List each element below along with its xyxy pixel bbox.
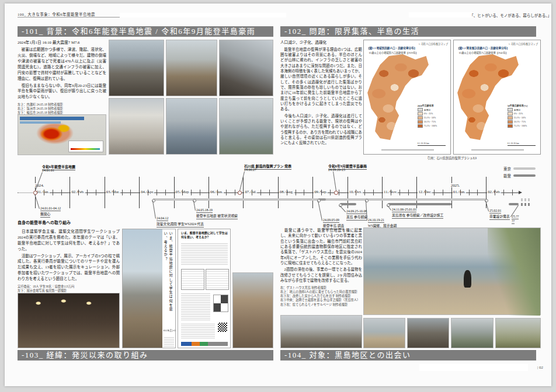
day-tick — [226, 190, 227, 195]
month-tick — [208, 177, 209, 208]
event-date: 24.09.25-10.08 — [346, 209, 367, 214]
running-header: 100_ 大きな事象：令和6年度能登半島地震 — [18, 11, 95, 17]
event-title: 卒業設計発表 — [489, 214, 510, 220]
month-label: 01./Jan. — [36, 190, 50, 194]
caption-line: 左上：内灘町 24.05.18 制作者撮影 — [18, 103, 106, 107]
flyer-qr-code — [218, 323, 227, 332]
header-highlight-box — [120, 13, 286, 18]
month-tick — [382, 177, 383, 208]
timeline-legend-row: 東京 — [503, 166, 536, 172]
paragraph: 今後も人口減少、少子化、過疎化は進行していくことが予想される能登で、現状の復興は… — [280, 113, 362, 146]
month-tick — [278, 177, 279, 208]
day-tick — [130, 190, 131, 195]
map-legend-title: 2020年高齢化率 — [418, 104, 437, 107]
caption-line: 右上：地元の漁師2人の船に乗せてもらった時の風景撮影 — [280, 290, 362, 294]
flyer-schedule-table — [181, 269, 204, 290]
day-tick — [495, 190, 495, 195]
caption-line: 右下左：改修した家から人力で石を出す 制作者撮影 — [280, 294, 362, 298]
flyer-body-text — [181, 242, 228, 265]
map-title: 【図1-1 地域別高齢人口・高齢化率分布】 — [367, 46, 416, 50]
day-tick — [217, 190, 218, 195]
map-legend: 50年後高齢化率[%] 未集計0% - 25%25.1% - 50%50.1% … — [508, 104, 528, 128]
day-tick — [443, 190, 443, 195]
map-legend-row: 75.1% - 100% — [508, 124, 528, 128]
month-label: 07./Jul. — [244, 190, 257, 194]
seismic-map-title-bar — [20, 117, 84, 120]
month-tick — [243, 177, 244, 208]
day-tick — [391, 190, 391, 195]
bar-continuation-dash — [524, 203, 526, 206]
photo-small-beach — [363, 318, 405, 348]
month-tick — [139, 177, 140, 208]
month-tick — [174, 177, 175, 208]
event-title: ?? — [512, 219, 515, 224]
choropleth-map — [366, 54, 429, 142]
day-tick — [87, 190, 88, 195]
photo-nhk-seismic-map — [18, 114, 106, 155]
flyer-footer-text — [181, 323, 215, 339]
map-figure-2045: 1. 市町人口分布推計マップ 【図1-2 将来推計高齢人口・高齢化率分布】 65… — [453, 40, 541, 155]
map-subtitle: 65歳以上の小地域別人口高齢化率【2045年】 — [459, 51, 508, 54]
year-label: 2025. — [451, 183, 460, 187]
timeline-bar — [388, 203, 451, 205]
leader-line — [339, 205, 346, 212]
axis-arrow — [519, 191, 522, 194]
event-title: 黒島 参与観察 — [346, 214, 367, 220]
photo-kuroshima-street — [280, 315, 362, 348]
photo-coast-large — [363, 228, 541, 315]
timeline-bar — [340, 203, 356, 205]
event-date: 24.01.01-04.12 — [40, 206, 61, 211]
leader-line — [239, 172, 245, 191]
caption-line: 右：ゲストハウス黒島 制作者撮影 — [280, 286, 362, 290]
section-101-paragraphs: 被害は広範囲かつ多様で、津波、隆起、液状化、火災、倒壊など、地域によって様々だ。… — [18, 47, 106, 100]
map-legend-title: 50年後高齢化率[%] — [508, 104, 528, 107]
section-102-title: -102_ 問題：限界集落、半島の生活 — [280, 26, 536, 37]
page-number: | 02 — [523, 365, 543, 370]
event-date: 24.01.01 — [42, 169, 54, 173]
paragraph: 能登に通う中で、能登半島地震を機に起業し、未来に向かって動いている1つの事業者と… — [280, 228, 362, 265]
day-tick — [330, 190, 331, 195]
section-101-title: -101_ 背景：令和6年能登半島地震 / 令和6年9月能登半島豪雨 — [18, 26, 273, 37]
photo-damage-suzu — [166, 40, 217, 96]
bar-continuation-dash — [524, 198, 526, 201]
day-tick — [425, 190, 426, 195]
day-tick — [477, 190, 478, 195]
day-tick — [269, 190, 270, 195]
flyer-axon-diagram — [213, 295, 228, 312]
event-marker — [334, 191, 338, 195]
day-tick — [252, 190, 252, 195]
event-marker — [238, 191, 242, 195]
flyer-text-column: いま、能登半島地震に対して学生は何を思い、考えるか？ 10.19(土)-10.2… — [162, 229, 175, 348]
seismic-map-subtitle-bar — [20, 121, 61, 124]
section-101-text: 2024年1月1日 16:10 最大震度7 M7.6 被害は広範囲かつ多様で、津… — [18, 40, 106, 123]
day-tick — [296, 190, 296, 195]
month-label: 01./Jan. — [453, 190, 466, 194]
map-legend-row: 0% - 25% — [418, 112, 437, 116]
caption-line: 右上：珠洲市 24.05.19 制作者撮影 — [18, 107, 106, 111]
day-tick — [182, 190, 183, 195]
section-102-text: 人口減少、少子化、過疎化 能登半島地震の復興が滞る理由の1つは、広範囲な被害より… — [280, 40, 362, 147]
event-date: 24.11.06-25.01.01 — [392, 208, 416, 212]
day-tick — [165, 190, 166, 195]
map-legend-row: 75.1% - 100% — [418, 124, 437, 128]
quake-dateline: 2024年1月1日 16:10 最大震度7 M7.6 — [18, 40, 106, 46]
map-scalebar: 0 5 10 20 km — [418, 142, 446, 146]
day-tick — [191, 190, 192, 195]
caption-line: 実行委員：18人 学生38名｜協賛金113万円 — [18, 285, 120, 289]
month-tick — [70, 177, 70, 208]
paragraph: 能登半島地震の復興が滞る理由の1つは、広範囲な被害よりはその背景にある。半島のほ… — [280, 47, 362, 112]
section-102-paragraphs: 能登半島地震の復興が滞る理由の1つは、広範囲な被害よりはその背景にある。半島のほ… — [280, 47, 362, 146]
paragraph: 被害は広範囲かつ多様で、津波、隆起、液状化、火災、倒壊など、地域によって様々だ。… — [18, 47, 106, 81]
paragraph: 復旧もままならない中、同年9月20-23日には能登半島を集中豪雨が襲い、復旧が振… — [18, 83, 106, 100]
flyer-schedule-table — [206, 269, 229, 290]
coast-hill — [488, 228, 540, 316]
event-date: 24.04.12 — [157, 216, 168, 221]
section-104-paragraphs: 能登に通う中で、能登半島地震を機に起業し、未来に向かって動いている1つの事業者と… — [280, 228, 362, 283]
section-103-paragraphs: 日本建築学会主催、建築文化週間学生ワークショップ2024の実行委員代表を務めた。… — [18, 229, 120, 282]
map-legend-row: 25.1% - 50% — [508, 116, 528, 120]
event-date: 24.06.27 — [244, 168, 256, 172]
caption-line: 右下右：捨てられるモノをサルベージ 制作者撮影 — [280, 303, 362, 307]
section-104-captions: 右：ゲストハウス黒島 制作者撮影右上：地元の漁師2人の船に乗せてもらった時の風景… — [280, 286, 362, 306]
day-tick — [304, 190, 304, 195]
maps-citation: 引用：石川県創造的復興プラン p.8,9 — [363, 156, 541, 160]
